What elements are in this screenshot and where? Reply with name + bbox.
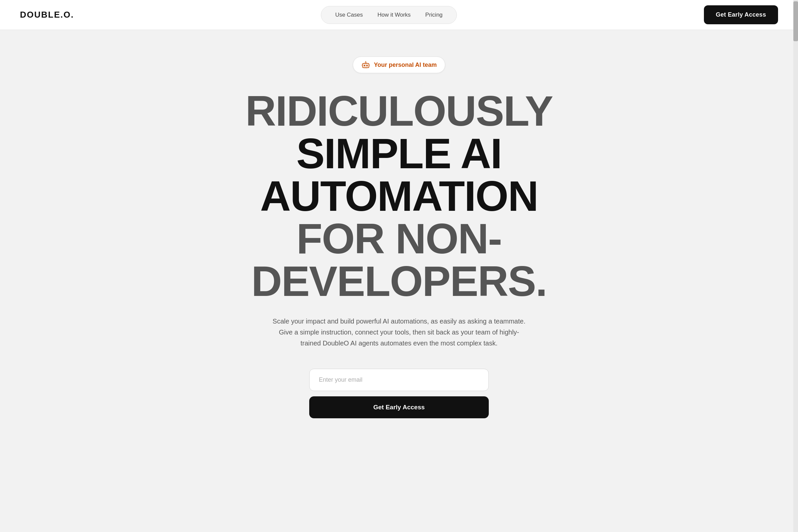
svg-rect-7 <box>365 68 365 69</box>
email-form: Get Early Access <box>309 369 489 418</box>
svg-point-6 <box>365 61 366 62</box>
svg-rect-9 <box>361 64 362 66</box>
scrollbar[interactable] <box>793 0 798 532</box>
logo[interactable]: DOUBLE.O. <box>20 10 74 20</box>
hero-section: Your personal AI team RIDICULOUSLY SIMPL… <box>173 30 625 445</box>
get-early-access-button[interactable]: Get Early Access <box>704 5 778 24</box>
hero-description: Scale your impact and build powerful AI … <box>269 316 529 349</box>
badge-pill: Your personal AI team <box>353 57 445 73</box>
svg-point-2 <box>364 65 365 66</box>
header: DOUBLE.O. Use Cases How it Works Pricing… <box>0 0 798 30</box>
headline-line3: FOR NON-DEVELOPERS. <box>193 217 605 303</box>
svg-rect-10 <box>369 64 370 66</box>
nav-item-use-cases[interactable]: Use Cases <box>329 10 369 20</box>
headline-line1: RIDICULOUSLY <box>193 90 605 132</box>
robot-icon <box>361 60 370 70</box>
scrollbar-thumb[interactable] <box>793 1 798 41</box>
submit-button[interactable]: Get Early Access <box>309 396 489 418</box>
headline-line2: SIMPLE AI AUTOMATION <box>193 132 605 217</box>
hero-headline: RIDICULOUSLY SIMPLE AI AUTOMATION FOR NO… <box>193 90 605 303</box>
nav-item-how-it-works[interactable]: How it Works <box>372 10 417 20</box>
badge-text: Your personal AI team <box>374 61 437 69</box>
svg-point-3 <box>366 65 368 66</box>
svg-rect-0 <box>363 63 369 68</box>
email-input[interactable] <box>309 369 489 391</box>
svg-rect-8 <box>366 68 367 69</box>
nav-item-pricing[interactable]: Pricing <box>419 10 449 20</box>
nav-pill: Use Cases How it Works Pricing <box>321 6 457 24</box>
